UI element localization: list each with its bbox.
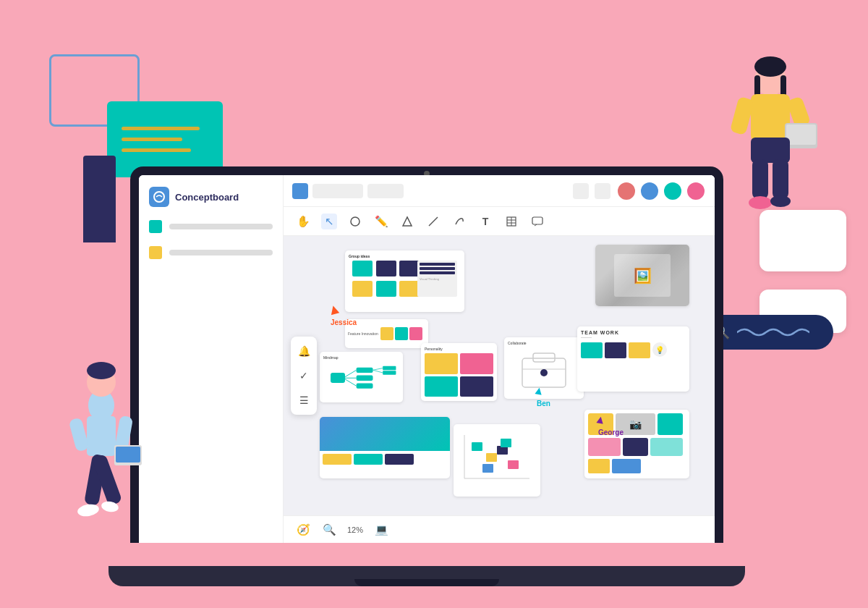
board-group-ideas: Group ideas xyxy=(345,250,464,312)
svg-point-0 xyxy=(154,192,164,202)
toolbar-logo-small xyxy=(292,183,308,199)
yellow-swatch xyxy=(149,246,162,259)
toolbar-tab-2[interactable] xyxy=(367,184,404,198)
svg-rect-52 xyxy=(752,159,768,199)
svg-rect-28 xyxy=(482,464,493,473)
cursor-george: ▲ George xyxy=(595,413,627,437)
svg-rect-34 xyxy=(69,417,90,452)
laptop-screen: Conceptboard xyxy=(139,175,715,543)
toolbar-grid-btn[interactable] xyxy=(573,183,589,199)
svg-point-21 xyxy=(540,369,548,376)
jessica-label: Jessica xyxy=(327,318,360,327)
svg-rect-13 xyxy=(357,384,373,389)
svg-rect-11 xyxy=(357,368,373,373)
tool-text[interactable]: T xyxy=(477,214,493,229)
canvas-area[interactable]: 🔔 ✓ ☰ Group ideas xyxy=(284,236,715,515)
toolbar-right xyxy=(573,181,706,201)
sidebar-text-bar-1 xyxy=(169,224,273,229)
tool-hand[interactable]: ✋ xyxy=(295,214,311,229)
person-right xyxy=(716,43,825,232)
sidebar-item-2[interactable] xyxy=(149,246,273,259)
svg-point-43 xyxy=(754,56,786,77)
svg-rect-37 xyxy=(116,447,140,463)
svg-rect-33 xyxy=(87,416,116,456)
bottom-screen-icon[interactable]: 💻 xyxy=(373,522,389,538)
person-left xyxy=(51,347,152,565)
tool-line[interactable] xyxy=(425,214,441,229)
logo-icon xyxy=(149,187,169,207)
deco-navy-bar xyxy=(83,156,116,242)
tool-eraser[interactable] xyxy=(451,214,467,229)
tool-select[interactable]: ↖ xyxy=(321,214,337,229)
svg-rect-47 xyxy=(730,96,754,135)
svg-rect-50 xyxy=(786,124,816,145)
board-personality: Personality xyxy=(421,343,497,401)
tool-pen[interactable]: ✏️ xyxy=(373,214,389,229)
tool-bar: ✋ ↖ ✏️ xyxy=(284,207,715,236)
svg-line-14 xyxy=(373,368,383,371)
svg-line-8 xyxy=(343,370,356,378)
tool-comment[interactable] xyxy=(529,214,545,229)
ben-label: Ben xyxy=(533,399,554,408)
george-label: George xyxy=(595,428,627,437)
svg-point-55 xyxy=(770,195,791,207)
laptop-base xyxy=(109,566,745,586)
svg-rect-24 xyxy=(472,442,482,451)
cursor-ben: ▲ Ben xyxy=(533,384,554,408)
svg-rect-51 xyxy=(751,138,790,163)
bottom-bar: 🧭 🔍 12% 💻 xyxy=(284,515,715,543)
mini-tool-list[interactable]: ☰ xyxy=(295,392,312,409)
svg-rect-7 xyxy=(532,217,542,224)
avatar-2 xyxy=(639,181,660,201)
sidebar-text-bar-2 xyxy=(169,250,273,256)
teal-swatch xyxy=(149,220,162,233)
svg-point-54 xyxy=(749,196,772,209)
svg-rect-29 xyxy=(501,439,511,447)
board-presentation xyxy=(320,417,450,478)
toolbar-left xyxy=(292,183,404,199)
laptop: Conceptboard xyxy=(130,166,723,586)
tool-fill[interactable] xyxy=(399,214,415,229)
tool-table[interactable] xyxy=(503,214,519,229)
tool-shape[interactable] xyxy=(347,214,363,229)
board-teamwork: TEAM WORK ——— 💡 xyxy=(577,326,689,392)
george-arrow: ▲ xyxy=(594,413,608,427)
main-area: ✋ ↖ ✏️ xyxy=(284,175,715,543)
svg-line-10 xyxy=(343,378,356,386)
bottom-nav-icon[interactable]: 🧭 xyxy=(295,522,311,538)
sidebar-item-1[interactable] xyxy=(149,220,273,233)
svg-rect-12 xyxy=(357,376,373,381)
squiggle-icon xyxy=(737,325,809,339)
toolbar-user-btn[interactable] xyxy=(595,183,610,199)
sidebar: Conceptboard xyxy=(139,175,284,543)
svg-line-15 xyxy=(373,370,383,373)
svg-rect-19 xyxy=(533,353,555,362)
svg-point-32 xyxy=(87,362,116,379)
svg-point-1 xyxy=(351,217,359,226)
svg-point-40 xyxy=(77,503,100,518)
laptop-screen-outer: Conceptboard xyxy=(130,166,723,543)
avatar-4 xyxy=(686,181,706,201)
avatar-group xyxy=(616,181,706,201)
avatar-3 xyxy=(663,181,683,201)
svg-rect-27 xyxy=(508,460,519,469)
board-mindmap: Mindmap xyxy=(320,352,403,402)
bottom-zoom-icon[interactable]: 🔍 xyxy=(321,522,337,538)
avatar-1 xyxy=(616,181,637,201)
jessica-arrow: ▲ xyxy=(325,300,343,319)
ben-arrow: ▲ xyxy=(532,384,546,398)
cursor-jessica: ▲ Jessica xyxy=(327,301,360,327)
svg-rect-53 xyxy=(773,159,788,199)
zoom-level: 12% xyxy=(347,525,363,534)
sidebar-logo: Conceptboard xyxy=(149,187,273,207)
top-toolbar xyxy=(284,175,715,207)
svg-line-2 xyxy=(429,217,438,226)
svg-rect-16 xyxy=(383,366,396,370)
svg-rect-46 xyxy=(751,94,790,141)
board-chart xyxy=(454,424,540,497)
mini-tool-bell[interactable]: 🔔 xyxy=(295,342,312,360)
mini-tool-check[interactable]: ✓ xyxy=(295,367,312,384)
svg-rect-17 xyxy=(383,371,396,374)
board-photos: 🖼️ xyxy=(595,245,689,306)
toolbar-tab-1[interactable] xyxy=(312,184,363,198)
